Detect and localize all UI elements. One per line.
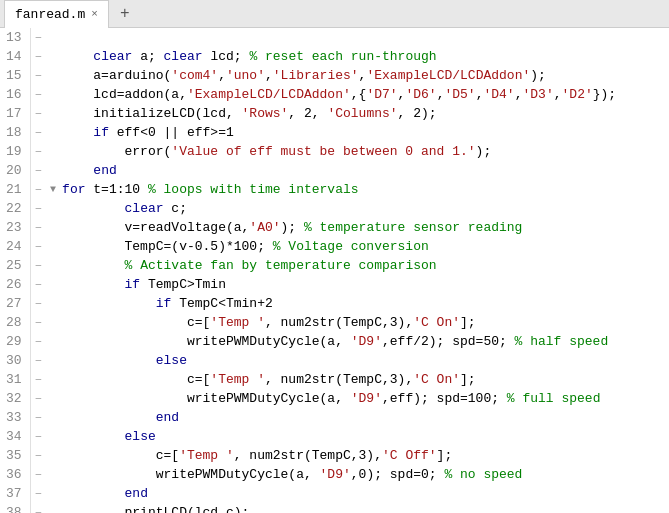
line-code: c=['Temp ', num2str(TempC,3),'C On']; bbox=[60, 313, 669, 332]
line-code: if TempC<Tmin+2 bbox=[60, 294, 669, 313]
collapse-icon bbox=[46, 351, 60, 370]
line-dash: – bbox=[30, 446, 46, 465]
file-tab[interactable]: fanread.m × bbox=[4, 0, 109, 28]
line-dash: – bbox=[30, 180, 46, 199]
line-number: 22 bbox=[0, 199, 30, 218]
table-row: 25– % Activate fan by temperature compar… bbox=[0, 256, 669, 275]
table-row: 36– writePWMDutyCycle(a, 'D9',0); spd=0;… bbox=[0, 465, 669, 484]
collapse-icon bbox=[46, 256, 60, 275]
collapse-icon bbox=[46, 503, 60, 513]
table-row: 22– clear c; bbox=[0, 199, 669, 218]
collapse-icon bbox=[46, 389, 60, 408]
line-dash: – bbox=[30, 237, 46, 256]
line-number: 20 bbox=[0, 161, 30, 180]
line-code: v=readVoltage(a,'A0'); % temperature sen… bbox=[60, 218, 669, 237]
line-dash: – bbox=[30, 218, 46, 237]
line-number: 38 bbox=[0, 503, 30, 513]
line-code: writePWMDutyCycle(a, 'D9',eff); spd=100;… bbox=[60, 389, 669, 408]
line-number: 24 bbox=[0, 237, 30, 256]
collapse-icon bbox=[46, 199, 60, 218]
line-code: clear c; bbox=[60, 199, 669, 218]
table-row: 35– c=['Temp ', num2str(TempC,3),'C Off'… bbox=[0, 446, 669, 465]
line-code: end bbox=[60, 408, 669, 427]
line-number: 28 bbox=[0, 313, 30, 332]
collapse-icon bbox=[46, 332, 60, 351]
line-number: 29 bbox=[0, 332, 30, 351]
line-dash: – bbox=[30, 66, 46, 85]
line-dash: – bbox=[30, 142, 46, 161]
line-number: 37 bbox=[0, 484, 30, 503]
line-code: writePWMDutyCycle(a, 'D9',eff/2); spd=50… bbox=[60, 332, 669, 351]
line-number: 26 bbox=[0, 275, 30, 294]
table-row: 26– if TempC>Tmin bbox=[0, 275, 669, 294]
line-code: error('Value of eff must be between 0 an… bbox=[60, 142, 669, 161]
line-number: 25 bbox=[0, 256, 30, 275]
line-number: 19 bbox=[0, 142, 30, 161]
table-row: 27– if TempC<Tmin+2 bbox=[0, 294, 669, 313]
line-dash: – bbox=[30, 503, 46, 513]
line-dash: – bbox=[30, 313, 46, 332]
collapse-icon bbox=[46, 237, 60, 256]
tab-filename: fanread.m bbox=[15, 7, 85, 22]
line-number: 15 bbox=[0, 66, 30, 85]
collapse-icon bbox=[46, 275, 60, 294]
table-row: 13– bbox=[0, 28, 669, 47]
line-code: c=['Temp ', num2str(TempC,3),'C On']; bbox=[60, 370, 669, 389]
collapse-icon bbox=[46, 85, 60, 104]
table-row: 21–▼for t=1:10 % loops with time interva… bbox=[0, 180, 669, 199]
line-code: end bbox=[60, 484, 669, 503]
collapse-icon bbox=[46, 446, 60, 465]
line-code: for t=1:10 % loops with time intervals bbox=[60, 180, 669, 199]
line-dash: – bbox=[30, 370, 46, 389]
collapse-icon bbox=[46, 47, 60, 66]
table-row: 15– a=arduino('com4','uno','Libraries','… bbox=[0, 66, 669, 85]
collapse-icon bbox=[46, 484, 60, 503]
line-code: a=arduino('com4','uno','Libraries','Exam… bbox=[60, 66, 669, 85]
line-number: 36 bbox=[0, 465, 30, 484]
collapse-icon[interactable]: ▼ bbox=[46, 180, 60, 199]
table-row: 31– c=['Temp ', num2str(TempC,3),'C On']… bbox=[0, 370, 669, 389]
line-dash: – bbox=[30, 104, 46, 123]
table-row: 19– error('Value of eff must be between … bbox=[0, 142, 669, 161]
collapse-icon bbox=[46, 123, 60, 142]
line-dash: – bbox=[30, 85, 46, 104]
line-number: 21 bbox=[0, 180, 30, 199]
line-code: if eff<0 || eff>=1 bbox=[60, 123, 669, 142]
line-dash: – bbox=[30, 199, 46, 218]
line-number: 30 bbox=[0, 351, 30, 370]
line-code: clear a; clear lcd; % reset each run-thr… bbox=[60, 47, 669, 66]
line-number: 17 bbox=[0, 104, 30, 123]
line-number: 32 bbox=[0, 389, 30, 408]
line-code: end bbox=[60, 161, 669, 180]
collapse-icon bbox=[46, 427, 60, 446]
table-row: 16– lcd=addon(a,'ExampleLCD/LCDAddon',{'… bbox=[0, 85, 669, 104]
collapse-icon bbox=[46, 142, 60, 161]
line-number: 31 bbox=[0, 370, 30, 389]
line-code: writePWMDutyCycle(a, 'D9',0); spd=0; % n… bbox=[60, 465, 669, 484]
line-dash: – bbox=[30, 351, 46, 370]
collapse-icon bbox=[46, 66, 60, 85]
table-row: 38– printLCD(lcd,c); bbox=[0, 503, 669, 513]
line-code: c=['Temp ', num2str(TempC,3),'C Off']; bbox=[60, 446, 669, 465]
line-code: if TempC>Tmin bbox=[60, 275, 669, 294]
table-row: 37– end bbox=[0, 484, 669, 503]
line-dash: – bbox=[30, 294, 46, 313]
table-row: 34– else bbox=[0, 427, 669, 446]
table-row: 32– writePWMDutyCycle(a, 'D9',eff); spd=… bbox=[0, 389, 669, 408]
line-dash: – bbox=[30, 389, 46, 408]
line-code bbox=[60, 28, 669, 47]
collapse-icon bbox=[46, 218, 60, 237]
collapse-icon bbox=[46, 161, 60, 180]
tab-close-icon[interactable]: × bbox=[91, 8, 98, 20]
collapse-icon bbox=[46, 28, 60, 47]
line-dash: – bbox=[30, 161, 46, 180]
table-row: 23– v=readVoltage(a,'A0'); % temperature… bbox=[0, 218, 669, 237]
line-code: TempC=(v-0.5)*100; % Voltage conversion bbox=[60, 237, 669, 256]
collapse-icon bbox=[46, 294, 60, 313]
table-row: 20– end bbox=[0, 161, 669, 180]
new-tab-button[interactable]: + bbox=[113, 2, 137, 26]
line-dash: – bbox=[30, 465, 46, 484]
collapse-icon bbox=[46, 313, 60, 332]
line-dash: – bbox=[30, 408, 46, 427]
code-area[interactable]: 13– 14– clear a; clear lcd; % reset each… bbox=[0, 28, 669, 513]
